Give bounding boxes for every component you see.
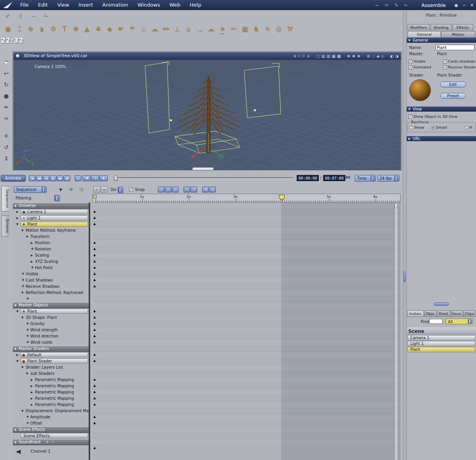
tree-row-transform[interactable]: ▼Transform — [13, 234, 89, 240]
filtering-dropdown[interactable] — [54, 195, 60, 201]
rock-icon[interactable]: ◆ — [105, 23, 114, 35]
lines-mode-icon[interactable]: ▤ — [321, 54, 325, 58]
tree-row-channel-1[interactable]: Channel 1 — [13, 445, 89, 458]
disclosure-icon[interactable]: ▼ — [21, 229, 23, 232]
checkbox-row-animated[interactable]: Animated — [408, 65, 431, 69]
keyframe-marker[interactable]: ▲ — [93, 259, 96, 263]
tab-shad[interactable]: Shad. — [437, 310, 450, 317]
time-mode-dropdown[interactable]: Time — [355, 175, 376, 182]
timeline-row[interactable]: ▲ — [92, 315, 401, 321]
checkbox-row-visible[interactable]: Visible — [408, 59, 425, 63]
viewport-scroll-handle[interactable] — [192, 167, 214, 171]
knife-icon[interactable]: ✁ — [404, 2, 408, 8]
spline-modeler-icon[interactable]: ⌶ — [14, 23, 24, 35]
timeline-row[interactable] — [92, 227, 401, 234]
rotate-manip-icon[interactable]: ↺ — [1, 142, 12, 153]
flat-mode-icon[interactable]: ▥ — [327, 54, 330, 58]
next-keyframe-button[interactable]: ▶ — [100, 175, 108, 181]
checkbox-row-receive-shadows[interactable]: Receive Shadows — [443, 65, 476, 69]
menu-item-insert[interactable]: Insert — [74, 0, 98, 10]
timeline-row[interactable]: ▲ — [92, 246, 401, 252]
keyframe-marker[interactable]: ▲ — [93, 272, 96, 275]
expand-icon[interactable]: + — [26, 321, 29, 325]
keyframe-marker[interactable]: ▲ — [93, 340, 96, 344]
snap-checkbox[interactable] — [129, 187, 133, 191]
timeline-row[interactable]: ▲ — [92, 327, 401, 333]
range-start-marker[interactable] — [93, 195, 96, 198]
expand-icon[interactable]: + — [26, 327, 29, 332]
timeline-row[interactable] — [92, 408, 401, 414]
expand-icon[interactable]: + — [31, 247, 34, 251]
knife-primitive-icon[interactable]: ✄ — [229, 23, 238, 35]
timeline-row[interactable]: ▲ — [92, 339, 401, 346]
anvil-icon[interactable]: ⊥ — [172, 23, 182, 35]
tab-effects[interactable]: Effects — [452, 24, 473, 31]
keyframe-marker[interactable]: ▲ — [93, 384, 96, 387]
collapse-icon[interactable]: ▼ — [14, 205, 16, 208]
timeline-row[interactable] — [92, 346, 401, 352]
fire-icon[interactable]: ♨ — [138, 23, 148, 35]
tree-row-default[interactable]: ▶●Default — [13, 352, 89, 358]
shield-a-icon[interactable]: ❖ — [347, 54, 350, 58]
radio-row-show[interactable]: Show — [410, 125, 424, 129]
preset-button[interactable]: Preset — [440, 93, 466, 99]
tab-general[interactable]: General — [408, 31, 441, 38]
room-label[interactable]: Assemble — [422, 2, 446, 8]
expand-icon[interactable]: + — [21, 278, 24, 282]
do-dropdown[interactable] — [118, 187, 123, 193]
timeline-row[interactable]: ▲ — [92, 209, 401, 215]
scene-item-plant[interactable]: Plant — [408, 347, 475, 352]
disclosure-icon[interactable]: ▶ — [16, 217, 18, 220]
preview-sphere-icon[interactable]: ◐ — [390, 54, 394, 58]
fps-dropdown[interactable]: 24 fps — [377, 175, 399, 182]
fast-forward-button[interactable]: ▶▶ — [57, 175, 63, 181]
collapse-icon[interactable]: ▼ — [408, 39, 410, 42]
tab-instan[interactable]: Instan. — [408, 310, 424, 317]
name-field[interactable] — [436, 45, 474, 50]
panel-tab-browser[interactable]: Browser — [2, 215, 9, 236]
keyframe-marker[interactable]: ▲ — [93, 315, 96, 319]
panel-mode-dropdown[interactable]: Sequencer — [14, 186, 47, 193]
timeline-row[interactable]: ▲ — [92, 215, 401, 221]
tween-linear-button[interactable]: ╱ — [158, 187, 164, 192]
disclosure-icon[interactable]: ▼ — [16, 310, 18, 313]
vertex-modeler-icon[interactable]: ● — [3, 23, 13, 35]
timeline-row[interactable] — [92, 302, 401, 308]
keyframe-marker[interactable]: ▲ — [93, 247, 96, 250]
timeline-scrollbar[interactable] — [394, 203, 397, 460]
section-header-general[interactable]: ▼General — [407, 38, 476, 43]
tree-row-plant[interactable]: ▼♣Plant — [13, 308, 89, 315]
terrain-icon[interactable]: ▲ — [82, 23, 92, 35]
time-display-icon[interactable]: ⋈ — [345, 174, 350, 180]
prev-keyframe-button[interactable]: ◀ — [82, 175, 91, 181]
keyframe-marker[interactable]: ▲ — [93, 334, 96, 338]
timeline-row[interactable] — [92, 203, 401, 209]
solo-icon[interactable]: ♯ — [298, 54, 300, 58]
keyframe-marker[interactable]: ▲ — [93, 266, 96, 269]
tree-row-scaling[interactable]: ▶Scaling — [13, 252, 89, 259]
tab-shading[interactable]: Shading — [430, 24, 452, 31]
play-reverse-button[interactable]: ◀ — [43, 175, 49, 181]
disclosure-icon[interactable]: ▼ — [16, 360, 18, 363]
viewport-canvas[interactable]: z y x — [13, 60, 401, 170]
timeline-row[interactable] — [92, 364, 401, 371]
expand-icon[interactable]: + — [26, 421, 29, 425]
keyframe-marker[interactable]: ▲ — [93, 421, 96, 425]
current-time-marker[interactable] — [279, 195, 285, 201]
wrench-icon[interactable]: ⚒ — [285, 23, 295, 35]
find-input[interactable] — [429, 319, 443, 324]
spinner-icon[interactable] — [468, 319, 472, 324]
timeline-row[interactable]: ▲ — [92, 321, 401, 327]
keyframe-marker[interactable]: ▲ — [93, 222, 96, 226]
expand-icon[interactable]: + — [26, 334, 29, 338]
tree-row-wind-direction[interactable]: +Wind direction — [13, 333, 89, 339]
lasso-icon[interactable]: ∽ — [375, 2, 379, 8]
time-scrubber-thumb[interactable] — [114, 176, 117, 181]
keyframe-marker[interactable]: ▲ — [93, 253, 96, 257]
disclosure-icon[interactable]: ▼ — [21, 316, 23, 319]
remove-channel-button[interactable]: − — [51, 440, 54, 444]
tree-row-parametric-mapping[interactable]: ▶Parametric Mapping — [13, 402, 89, 408]
eyedropper-tool-icon[interactable]: ✑ — [1, 113, 12, 124]
time-scrubber-track[interactable] — [114, 177, 293, 179]
tween-oscillate-button[interactable]: ◠ — [191, 187, 197, 192]
